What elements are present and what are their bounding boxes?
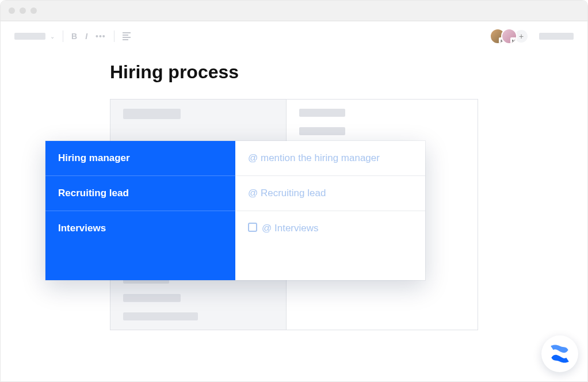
bold-button[interactable]: B xyxy=(71,32,77,41)
toolbar-right-group: R M + xyxy=(490,28,574,44)
overlay-table: Hiring manager Recruiting lead Interview… xyxy=(45,141,425,280)
skeleton-text xyxy=(299,127,345,135)
mention-placeholder: @ mention the hiring manager xyxy=(248,152,380,164)
overlay-label-column: Hiring manager Recruiting lead Interview… xyxy=(45,141,235,280)
confluence-icon xyxy=(549,343,570,364)
avatar[interactable]: M xyxy=(501,28,517,44)
app-window: ⌄ B I ••• R M + xyxy=(0,0,588,382)
page-title[interactable]: Hiring process xyxy=(110,62,478,83)
more-formatting-button[interactable]: ••• xyxy=(96,32,106,41)
skeleton-text xyxy=(123,312,198,320)
window-titlebar xyxy=(1,1,587,21)
toolbar-separator xyxy=(63,30,63,42)
italic-button[interactable]: I xyxy=(85,32,87,41)
checkbox-icon[interactable] xyxy=(248,223,257,232)
table-row-label[interactable]: Interviews xyxy=(45,211,235,280)
toolbar-action-placeholder[interactable] xyxy=(539,33,574,40)
avatar-initial: M xyxy=(510,37,517,44)
page-content-area: ⌄ B I ••• R M + xyxy=(1,21,587,381)
toolbar-separator xyxy=(114,30,114,42)
skeleton-text xyxy=(299,109,345,117)
table-row-label[interactable]: Hiring manager xyxy=(45,141,235,176)
mention-placeholder: @ Interviews xyxy=(262,223,319,234)
table-row-value[interactable]: @ Recruiting lead xyxy=(235,176,425,211)
table-row-value[interactable]: @ mention the hiring manager xyxy=(235,141,425,176)
mention-placeholder: @ Recruiting lead xyxy=(248,188,326,199)
overlay-value-column: @ mention the hiring manager @ Recruitin… xyxy=(235,141,425,280)
window-maximize[interactable] xyxy=(30,7,37,14)
toolbar-style-selector[interactable] xyxy=(14,33,45,40)
table-row-value[interactable]: @ Interviews xyxy=(235,211,425,280)
editor-toolbar: ⌄ B I ••• R M + xyxy=(1,21,587,51)
skeleton-text xyxy=(123,109,181,119)
collaborator-avatars: R M + xyxy=(490,28,528,44)
window-minimize[interactable] xyxy=(20,7,26,14)
skeleton-text xyxy=(123,294,181,302)
confluence-logo-badge[interactable] xyxy=(541,335,578,372)
align-left-button[interactable] xyxy=(123,32,131,40)
chevron-down-icon: ⌄ xyxy=(50,33,55,40)
table-row-label[interactable]: Recruiting lead xyxy=(45,176,235,211)
window-close[interactable] xyxy=(9,7,15,14)
